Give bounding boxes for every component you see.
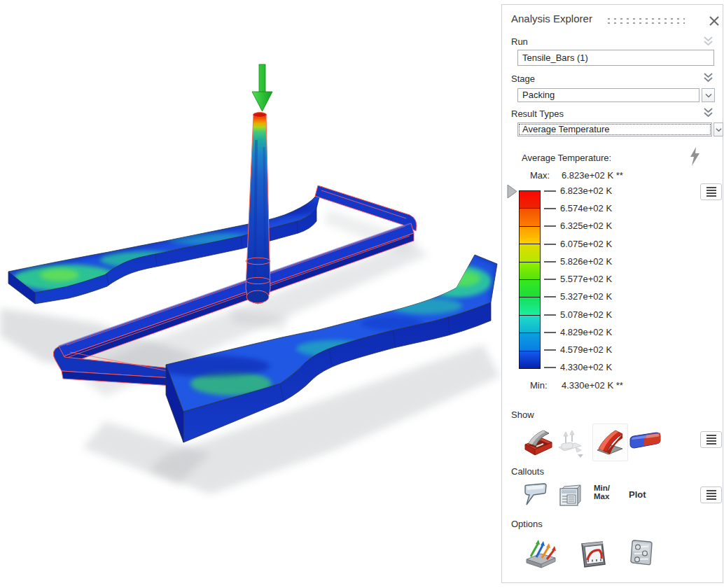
legend-tick — [544, 225, 556, 227]
legend-tick-label: 4.579e+02 K — [560, 344, 612, 355]
options-preferences-icon[interactable] — [628, 538, 655, 566]
legend-tick-label: 6.325e+02 K — [560, 220, 612, 231]
stage-select[interactable]: Packing — [517, 88, 699, 102]
legend-tick-label: 6.075e+02 K — [560, 239, 612, 249]
callout-examine-icon[interactable] — [557, 483, 583, 510]
legend-tick-label: 5.327e+02 K — [560, 291, 612, 302]
legend-max-label: Max: — [530, 170, 550, 181]
legend-colorbar[interactable] — [519, 190, 541, 369]
legend-title: Average Temperature: — [522, 153, 611, 163]
callouts-label: Callouts — [511, 466, 544, 477]
viewport-3d[interactable] — [0, 0, 501, 588]
options-label: Options — [511, 519, 543, 529]
stage-dropdown-button[interactable] — [702, 88, 715, 102]
callouts-menu-button[interactable] — [700, 486, 722, 503]
legend-tick-label: 4.829e+02 K — [560, 327, 612, 337]
analysis-explorer-panel: Analysis Explorer Run Tensile_Bars (1) S… — [501, 4, 723, 583]
show-menu-button[interactable] — [700, 431, 722, 448]
legend-menu-button[interactable] — [700, 183, 722, 200]
legend-tick-label: 5.078e+02 K — [560, 309, 612, 320]
colorbar-band — [520, 279, 540, 297]
stage-label: Stage — [511, 74, 535, 84]
colorbar-band — [520, 332, 540, 350]
model-scene — [0, 0, 501, 588]
colorbar-band — [520, 262, 540, 279]
callout-plot-button[interactable]: Plot — [629, 489, 646, 500]
legend-slider-pointer[interactable] — [506, 184, 517, 199]
legend-tick-label: 6.823e+02 K — [560, 186, 612, 196]
colorbar-band — [520, 244, 540, 261]
chevron-down-icon — [705, 93, 712, 98]
legend-tick — [544, 349, 556, 351]
result-types-collapse-chevron-icon[interactable] — [703, 107, 713, 119]
legend-tick — [544, 314, 556, 316]
result-types-dropdown-button[interactable] — [713, 122, 723, 136]
run-input[interactable]: Tensile_Bars (1) — [517, 50, 714, 66]
legend-min-value: 4.330e+02 K ** — [562, 380, 623, 391]
injection-arrow-icon — [252, 64, 272, 111]
legend-tick-label: 5.577e+02 K — [560, 274, 612, 284]
show-feed-system-icon[interactable] — [555, 429, 585, 460]
show-part-icon[interactable] — [596, 428, 624, 457]
callout-probe-icon[interactable] — [522, 482, 548, 510]
colorbar-band — [520, 226, 540, 244]
legend-tick — [544, 332, 556, 333]
show-label: Show — [511, 410, 534, 420]
legend-tick — [544, 261, 556, 262]
colorbar-band — [520, 191, 540, 208]
app-window: { "panel": { "title": "Analysis Explorer… — [0, 0, 724, 588]
chevron-down-icon — [578, 454, 583, 458]
legend-tick — [544, 244, 556, 245]
legend-tick-label: 5.826e+02 K — [560, 256, 612, 267]
result-types-label: Result Types — [511, 108, 564, 119]
show-part-and-runner-icon[interactable] — [522, 426, 553, 457]
callout-minmax-button[interactable]: Min/ Max — [594, 484, 610, 500]
minmax-label-line2: Max — [594, 492, 610, 500]
colorbar-band — [520, 208, 540, 225]
legend-max-value: 6.823e+02 K ** — [562, 170, 623, 181]
stage-collapse-chevron-icon[interactable] — [703, 72, 713, 84]
lightning-refresh-icon[interactable] — [689, 147, 701, 166]
colorbar-band — [520, 315, 540, 332]
chevron-down-icon — [716, 127, 722, 132]
drag-handle[interactable] — [606, 17, 685, 24]
options-gauge-icon[interactable] — [579, 540, 607, 568]
run-collapse-chevron-icon[interactable] — [703, 36, 713, 48]
legend-tick — [544, 367, 556, 368]
sprue[interactable] — [246, 113, 270, 304]
minmax-label-line1: Min/ — [594, 484, 610, 492]
legend-tick — [544, 208, 556, 209]
legend-min-label: Min: — [530, 380, 548, 391]
run-label: Run — [511, 36, 528, 47]
legend-tick — [544, 190, 556, 192]
legend-tick-label: 4.330e+02 K — [560, 362, 612, 372]
close-icon[interactable] — [707, 14, 721, 28]
options-plot-tools-icon[interactable] — [524, 537, 557, 569]
legend-tick — [544, 296, 556, 298]
legend-tick-label: 6.574e+02 K — [560, 203, 612, 214]
result-types-select[interactable]: Average Temperature — [517, 122, 712, 136]
colorbar-band — [520, 297, 540, 314]
show-mold-insert-icon[interactable] — [628, 431, 662, 452]
colorbar-band — [520, 351, 540, 368]
panel-title: Analysis Explorer — [511, 13, 592, 24]
legend-tick — [544, 279, 556, 280]
